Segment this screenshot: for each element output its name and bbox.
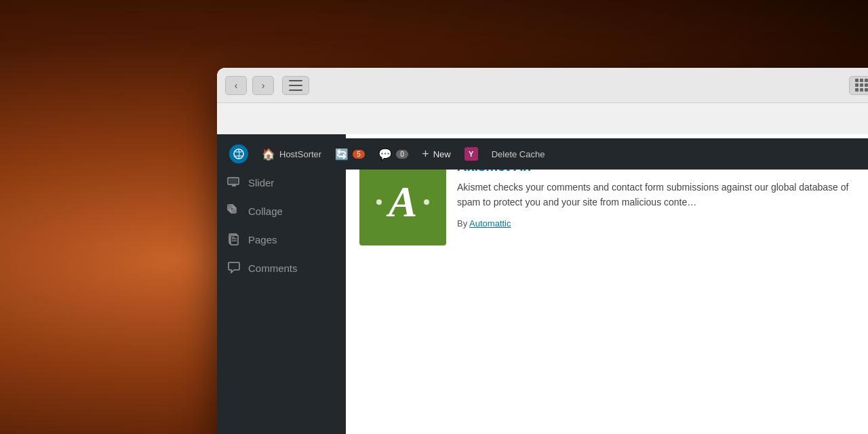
yoast-icon: Y — [465, 147, 478, 161]
updates-icon: 🔄 — [335, 148, 349, 161]
sidebar-collage-label: Collage — [248, 205, 283, 217]
slider-icon — [226, 175, 241, 190]
site-name-label: HostSorter — [279, 149, 321, 159]
delete-cache-item[interactable]: Delete Cache — [485, 138, 552, 170]
svg-rect-11 — [231, 208, 236, 213]
sidebar-item-collage[interactable]: Collage — [217, 197, 346, 225]
content-area: 🏠 HostSorter 🔄 5 💬 0 + New Y Delete Cach… — [217, 103, 868, 434]
svg-rect-13 — [231, 235, 238, 245]
collage-icon — [226, 203, 241, 218]
sidebar-pages-label: Pages — [248, 234, 277, 245]
pages-icon — [226, 232, 241, 247]
plugin-author: By Automattic — [457, 218, 868, 229]
plugin-description: Akismet checks your comments and contact… — [457, 180, 868, 210]
sidebar-item-pages[interactable]: Pages — [217, 225, 346, 254]
home-icon: 🏠 — [262, 148, 275, 161]
wp-logo-item[interactable] — [222, 138, 255, 170]
updates-badge: 5 — [353, 150, 365, 159]
plugin-icon: A — [359, 159, 446, 245]
forward-icon: › — [262, 80, 265, 91]
wp-sidebar: Media Slider — [217, 134, 346, 434]
comments-menu-icon — [226, 260, 241, 275]
sidebar-item-slider[interactable]: Slider — [217, 168, 346, 197]
grid-icon — [855, 79, 868, 92]
new-label: New — [433, 149, 451, 159]
wp-logo — [229, 144, 248, 163]
device-frame: ‹ › — [217, 68, 868, 434]
updates-item[interactable]: 🔄 5 — [328, 138, 372, 170]
wp-admin-bar: 🏠 HostSorter 🔄 5 💬 0 + New Y Delete Cach… — [217, 138, 868, 170]
back-icon: ‹ — [235, 80, 238, 91]
author-link[interactable]: Automattic — [469, 218, 511, 229]
comments-item[interactable]: 💬 0 — [372, 138, 415, 170]
back-button[interactable]: ‹ — [225, 76, 247, 95]
dot-left — [376, 199, 382, 205]
plus-icon: + — [422, 147, 429, 161]
browser-toolbar: ‹ › — [217, 68, 868, 103]
by-label: By — [457, 218, 467, 229]
main-layout: Media Slider — [217, 134, 868, 434]
site-name-item[interactable]: 🏠 HostSorter — [255, 138, 328, 170]
sidebar-toggle-icon — [289, 80, 302, 91]
svg-rect-6 — [229, 178, 237, 184]
sidebar-slider-label: Slider — [248, 177, 274, 189]
sidebar-toggle-button[interactable] — [282, 76, 309, 95]
comments-badge: 0 — [396, 150, 408, 159]
dot-right — [424, 199, 429, 205]
sidebar-comments-label: Comments — [248, 262, 298, 274]
new-content-item[interactable]: + New — [415, 138, 458, 170]
sidebar-item-comments[interactable]: Comments — [217, 254, 346, 282]
delete-cache-label: Delete Cache — [492, 149, 545, 159]
wp-content: A Akismet An Akismet checks your comment… — [346, 134, 868, 434]
yoast-item[interactable]: Y — [458, 138, 485, 170]
comments-icon: 💬 — [378, 148, 392, 161]
akismet-letter: A — [389, 177, 418, 227]
forward-button[interactable]: › — [252, 76, 274, 95]
grid-view-button[interactable] — [849, 76, 868, 95]
plugin-info: Akismet An Akismet checks your comments … — [457, 159, 868, 245]
